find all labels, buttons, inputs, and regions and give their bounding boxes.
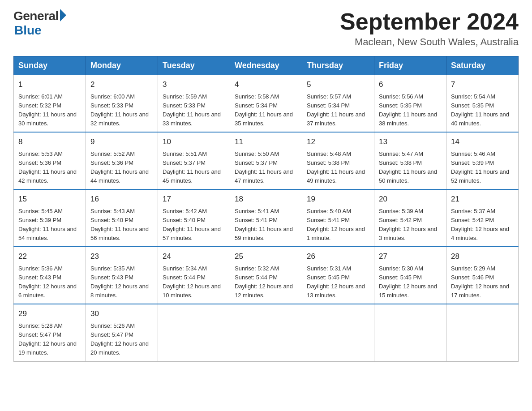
day-number: 22 — [18, 251, 81, 262]
location-title: Maclean, New South Wales, Australia — [340, 36, 519, 48]
day-info: Sunrise: 5:46 AM Sunset: 5:39 PM Dayligh… — [451, 150, 514, 186]
day-number: 19 — [307, 193, 369, 205]
calendar-cell: 14 Sunrise: 5:46 AM Sunset: 5:39 PM Dayl… — [446, 132, 519, 189]
day-number: 12 — [307, 136, 369, 148]
day-info: Sunrise: 5:50 AM Sunset: 5:37 PM Dayligh… — [235, 150, 297, 186]
calendar-cell: 23 Sunrise: 5:35 AM Sunset: 5:43 PM Dayl… — [86, 247, 158, 304]
calendar-cell — [374, 304, 446, 361]
day-number: 28 — [451, 251, 514, 262]
calendar-cell: 27 Sunrise: 5:30 AM Sunset: 5:45 PM Dayl… — [374, 247, 446, 304]
day-info: Sunrise: 5:41 AM Sunset: 5:41 PM Dayligh… — [235, 207, 297, 243]
day-info: Sunrise: 5:40 AM Sunset: 5:41 PM Dayligh… — [307, 207, 369, 243]
day-info: Sunrise: 5:57 AM Sunset: 5:34 PM Dayligh… — [307, 92, 369, 128]
day-info: Sunrise: 5:59 AM Sunset: 5:33 PM Dayligh… — [163, 92, 225, 128]
day-info: Sunrise: 5:51 AM Sunset: 5:37 PM Dayligh… — [163, 150, 225, 186]
weekday-header-wednesday: Wednesday — [230, 56, 302, 75]
day-number: 21 — [451, 193, 514, 205]
calendar-table: SundayMondayTuesdayWednesdayThursdayFrid… — [13, 56, 519, 361]
calendar-cell: 10 Sunrise: 5:51 AM Sunset: 5:37 PM Dayl… — [158, 132, 230, 189]
calendar-cell: 28 Sunrise: 5:29 AM Sunset: 5:46 PM Dayl… — [446, 247, 519, 304]
calendar-week-row-1: 1 Sunrise: 6:01 AM Sunset: 5:32 PM Dayli… — [14, 75, 519, 133]
calendar-cell: 25 Sunrise: 5:32 AM Sunset: 5:44 PM Dayl… — [230, 247, 302, 304]
day-info: Sunrise: 5:48 AM Sunset: 5:38 PM Dayligh… — [307, 150, 369, 186]
calendar-cell: 21 Sunrise: 5:37 AM Sunset: 5:42 PM Dayl… — [446, 189, 519, 247]
calendar-cell: 15 Sunrise: 5:45 AM Sunset: 5:39 PM Dayl… — [14, 189, 86, 247]
day-info: Sunrise: 5:37 AM Sunset: 5:42 PM Dayligh… — [451, 207, 514, 243]
calendar-cell: 3 Sunrise: 5:59 AM Sunset: 5:33 PM Dayli… — [158, 75, 230, 133]
day-info: Sunrise: 5:45 AM Sunset: 5:39 PM Dayligh… — [18, 207, 81, 243]
calendar-cell: 17 Sunrise: 5:42 AM Sunset: 5:40 PM Dayl… — [158, 189, 230, 247]
calendar-cell: 24 Sunrise: 5:34 AM Sunset: 5:44 PM Dayl… — [158, 247, 230, 304]
weekday-header-tuesday: Tuesday — [158, 56, 230, 75]
calendar-cell: 19 Sunrise: 5:40 AM Sunset: 5:41 PM Dayl… — [302, 189, 374, 247]
calendar-cell: 11 Sunrise: 5:50 AM Sunset: 5:37 PM Dayl… — [230, 132, 302, 189]
weekday-header-saturday: Saturday — [446, 56, 519, 75]
day-info: Sunrise: 5:56 AM Sunset: 5:35 PM Dayligh… — [379, 92, 442, 128]
calendar-week-row-2: 8 Sunrise: 5:53 AM Sunset: 5:36 PM Dayli… — [14, 132, 519, 189]
calendar-cell: 4 Sunrise: 5:58 AM Sunset: 5:34 PM Dayli… — [230, 75, 302, 133]
month-title: September 2024 — [340, 9, 519, 34]
day-number: 10 — [163, 136, 225, 148]
day-number: 27 — [379, 251, 442, 262]
day-info: Sunrise: 5:54 AM Sunset: 5:35 PM Dayligh… — [451, 92, 514, 128]
calendar-cell: 29 Sunrise: 5:28 AM Sunset: 5:47 PM Dayl… — [14, 304, 86, 361]
logo-general-text: General — [13, 9, 59, 23]
calendar-cell: 18 Sunrise: 5:41 AM Sunset: 5:41 PM Dayl… — [230, 189, 302, 247]
day-number: 24 — [163, 251, 225, 262]
day-number: 3 — [163, 79, 225, 90]
day-number: 13 — [379, 136, 442, 148]
day-number: 16 — [90, 193, 153, 205]
weekday-header-row: SundayMondayTuesdayWednesdayThursdayFrid… — [14, 56, 519, 75]
calendar-cell: 2 Sunrise: 6:00 AM Sunset: 5:33 PM Dayli… — [86, 75, 158, 133]
day-number: 7 — [451, 79, 514, 90]
day-number: 9 — [90, 136, 153, 148]
day-info: Sunrise: 5:39 AM Sunset: 5:42 PM Dayligh… — [379, 207, 442, 243]
calendar-week-row-3: 15 Sunrise: 5:45 AM Sunset: 5:39 PM Dayl… — [14, 189, 519, 247]
day-number: 20 — [379, 193, 442, 205]
calendar-cell: 9 Sunrise: 5:52 AM Sunset: 5:36 PM Dayli… — [86, 132, 158, 189]
day-number: 14 — [451, 136, 514, 148]
calendar-cell: 20 Sunrise: 5:39 AM Sunset: 5:42 PM Dayl… — [374, 189, 446, 247]
calendar-cell: 30 Sunrise: 5:26 AM Sunset: 5:47 PM Dayl… — [86, 304, 158, 361]
page-header: General Blue September 2024 Maclean, New… — [13, 9, 519, 48]
calendar-week-row-5: 29 Sunrise: 5:28 AM Sunset: 5:47 PM Dayl… — [14, 304, 519, 361]
day-number: 15 — [18, 193, 81, 205]
day-info: Sunrise: 5:35 AM Sunset: 5:43 PM Dayligh… — [90, 264, 153, 300]
day-number: 17 — [163, 193, 225, 205]
day-info: Sunrise: 6:00 AM Sunset: 5:33 PM Dayligh… — [90, 92, 153, 128]
day-number: 4 — [235, 79, 297, 90]
weekday-header-friday: Friday — [374, 56, 446, 75]
calendar-cell: 16 Sunrise: 5:43 AM Sunset: 5:40 PM Dayl… — [86, 189, 158, 247]
day-info: Sunrise: 5:47 AM Sunset: 5:38 PM Dayligh… — [379, 150, 442, 186]
day-number: 2 — [90, 79, 153, 90]
logo: General Blue — [13, 9, 66, 38]
day-info: Sunrise: 5:28 AM Sunset: 5:47 PM Dayligh… — [18, 321, 81, 358]
calendar-cell: 13 Sunrise: 5:47 AM Sunset: 5:38 PM Dayl… — [374, 132, 446, 189]
day-number: 18 — [235, 193, 297, 205]
day-number: 5 — [307, 79, 369, 90]
calendar-cell: 8 Sunrise: 5:53 AM Sunset: 5:36 PM Dayli… — [14, 132, 86, 189]
weekday-header-sunday: Sunday — [14, 56, 86, 75]
day-number: 29 — [18, 308, 81, 320]
logo-arrow-icon — [60, 9, 66, 21]
calendar-cell: 22 Sunrise: 5:36 AM Sunset: 5:43 PM Dayl… — [14, 247, 86, 304]
day-info: Sunrise: 5:26 AM Sunset: 5:47 PM Dayligh… — [90, 321, 153, 358]
day-number: 25 — [235, 251, 297, 262]
day-info: Sunrise: 5:53 AM Sunset: 5:36 PM Dayligh… — [18, 150, 81, 186]
calendar-cell: 6 Sunrise: 5:56 AM Sunset: 5:35 PM Dayli… — [374, 75, 446, 133]
day-info: Sunrise: 5:34 AM Sunset: 5:44 PM Dayligh… — [163, 264, 225, 300]
day-info: Sunrise: 6:01 AM Sunset: 5:32 PM Dayligh… — [18, 92, 81, 128]
day-number: 1 — [18, 79, 81, 90]
logo-blue-text: Blue — [14, 23, 42, 38]
calendar-week-row-4: 22 Sunrise: 5:36 AM Sunset: 5:43 PM Dayl… — [14, 247, 519, 304]
day-info: Sunrise: 5:30 AM Sunset: 5:45 PM Dayligh… — [379, 264, 442, 300]
calendar-cell: 26 Sunrise: 5:31 AM Sunset: 5:45 PM Dayl… — [302, 247, 374, 304]
calendar-cell: 12 Sunrise: 5:48 AM Sunset: 5:38 PM Dayl… — [302, 132, 374, 189]
day-number: 26 — [307, 251, 369, 262]
calendar-cell — [158, 304, 230, 361]
day-info: Sunrise: 5:58 AM Sunset: 5:34 PM Dayligh… — [235, 92, 297, 128]
calendar-cell: 1 Sunrise: 6:01 AM Sunset: 5:32 PM Dayli… — [14, 75, 86, 133]
day-info: Sunrise: 5:32 AM Sunset: 5:44 PM Dayligh… — [235, 264, 297, 300]
day-info: Sunrise: 5:52 AM Sunset: 5:36 PM Dayligh… — [90, 150, 153, 186]
day-number: 23 — [90, 251, 153, 262]
